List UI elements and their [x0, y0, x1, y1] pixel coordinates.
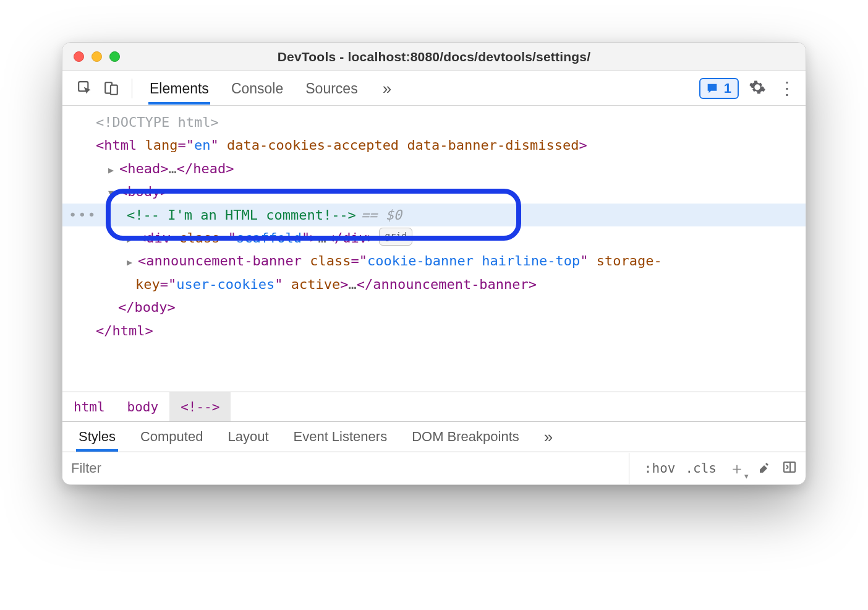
- tab-console[interactable]: Console: [231, 73, 283, 103]
- announcement-banner-line[interactable]: <announcement-banner class="cookie-banne…: [62, 249, 806, 272]
- device-toggle-icon[interactable]: [100, 77, 123, 100]
- subtab-event-listeners[interactable]: Event Listeners: [294, 423, 388, 451]
- grid-badge[interactable]: grid: [379, 228, 412, 246]
- cls-toggle[interactable]: .cls: [685, 461, 717, 476]
- doctype-line[interactable]: <!DOCTYPE html>: [62, 111, 806, 134]
- more-menu-icon[interactable]: ⋮: [776, 78, 799, 98]
- dom-tree[interactable]: <!DOCTYPE html> <html lang="en" data-coo…: [62, 106, 806, 392]
- window-title: DevTools - localhost:8080/docs/devtools/…: [62, 49, 806, 64]
- subtab-computed[interactable]: Computed: [140, 423, 203, 451]
- new-style-rule-icon[interactable]: ＋▾: [726, 458, 747, 479]
- crumb-comment[interactable]: <!-->: [169, 392, 231, 421]
- main-toolbar: Elements Console Sources » 1 ⋮: [62, 71, 806, 106]
- expand-toggle-icon[interactable]: [127, 249, 137, 272]
- html-open-line[interactable]: <html lang="en" data-cookies-accepted da…: [62, 134, 806, 157]
- div-scaffold-line[interactable]: <div class="scaffold">…</div> grid: [62, 226, 806, 249]
- subtab-overflow[interactable]: »: [544, 421, 553, 453]
- toolbar-divider: [132, 79, 132, 98]
- styles-toolbar: :hov .cls ＋▾: [62, 452, 806, 484]
- issues-badge[interactable]: 1: [699, 78, 739, 99]
- tab-sources[interactable]: Sources: [305, 73, 357, 103]
- panel-tabs: Elements Console Sources »: [150, 72, 391, 105]
- crumb-html[interactable]: html: [62, 392, 116, 421]
- traffic-lights: [74, 51, 120, 62]
- body-close-line[interactable]: </body>: [62, 296, 806, 319]
- expand-toggle-icon[interactable]: [127, 226, 137, 249]
- subtab-styles[interactable]: Styles: [79, 423, 116, 451]
- settings-icon[interactable]: [749, 79, 766, 98]
- devtools-window: DevTools - localhost:8080/docs/devtools/…: [62, 42, 806, 485]
- selected-comment-node[interactable]: ••• <!-- I'm an HTML comment!--> == $0: [62, 204, 806, 226]
- issues-count: 1: [724, 80, 731, 97]
- titlebar: DevTools - localhost:8080/docs/devtools/…: [62, 43, 806, 71]
- head-line[interactable]: <head>…</head>: [62, 157, 806, 180]
- expand-toggle-icon[interactable]: [108, 157, 118, 180]
- html-close-line[interactable]: </html>: [62, 319, 806, 342]
- styles-subtabs: Styles Computed Layout Event Listeners D…: [62, 421, 806, 452]
- announcement-banner-line-wrap[interactable]: key="user-cookies" active>…</announcemen…: [62, 273, 806, 296]
- inspect-element-icon[interactable]: [74, 77, 97, 100]
- window-maximize-button[interactable]: [109, 51, 120, 62]
- tab-overflow[interactable]: »: [383, 72, 391, 105]
- more-actions-icon[interactable]: •••: [69, 204, 97, 226]
- tab-elements[interactable]: Elements: [150, 73, 209, 103]
- subtab-layout[interactable]: Layout: [228, 423, 268, 451]
- styles-filter-input[interactable]: [62, 453, 629, 484]
- window-minimize-button[interactable]: [91, 51, 102, 62]
- subtab-dom-breakpoints[interactable]: DOM Breakpoints: [412, 423, 519, 451]
- body-open-line[interactable]: <body>: [62, 180, 806, 203]
- svg-rect-2: [111, 85, 117, 94]
- hov-toggle[interactable]: :hov: [644, 461, 676, 476]
- crumb-body[interactable]: body: [116, 392, 170, 421]
- breadcrumb: html body <!-->: [62, 392, 806, 421]
- collapse-toggle-icon[interactable]: [108, 180, 118, 203]
- window-close-button[interactable]: [74, 51, 84, 62]
- computed-sidebar-toggle-icon[interactable]: [782, 460, 797, 478]
- rendering-emulations-icon[interactable]: [757, 460, 772, 478]
